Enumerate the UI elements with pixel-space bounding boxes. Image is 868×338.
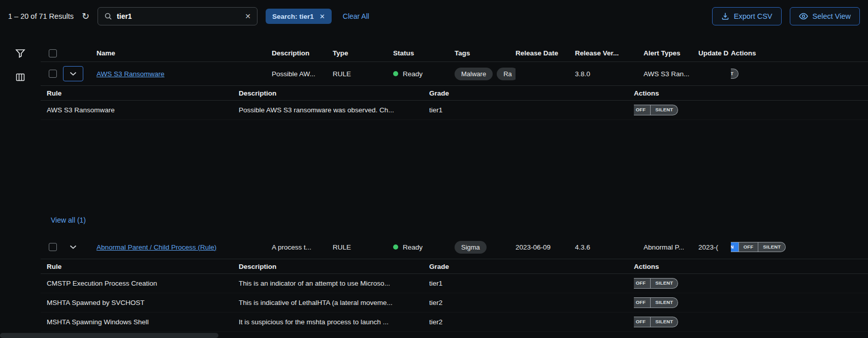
rule-name-link[interactable]: Abnormal Parent / Child Process (Rule) [97,243,272,251]
remove-filter-icon[interactable]: ✕ [319,13,325,20]
chevron-down-icon [70,245,77,249]
column-header-name[interactable]: Name [97,49,272,57]
rules-table: Name Description Type Status Tags Releas… [41,33,868,332]
toggle-silent[interactable]: SILENT [651,105,678,114]
select-view-button[interactable]: Select View [790,7,860,25]
toggle-silent[interactable]: SILENT [651,279,678,288]
column-header-tags[interactable]: Tags [455,49,516,57]
toggle-silent[interactable]: SILENT [651,298,678,307]
toolbar: 1 – 20 of 71 Results ↻ ✕ Search: tier1 ✕… [0,0,868,33]
status-label: Ready [403,70,423,78]
state-toggle[interactable]: ON OFF SILENT [634,317,678,327]
column-header-release-date[interactable]: Release Date [516,49,575,57]
cell-description: A process t... [272,243,333,251]
state-toggle[interactable]: ON OFF SILENT [731,242,786,252]
search-box[interactable]: ✕ [98,7,258,25]
columns-icon[interactable] [16,73,25,81]
column-header-update-date[interactable]: Update D [698,49,731,57]
clear-search-icon[interactable]: ✕ [245,12,251,20]
state-toggle[interactable]: ON OFF SILENT [634,297,678,308]
rule-name-link[interactable]: AWS S3 Ransomware [97,70,272,78]
search-input[interactable] [117,12,240,20]
sub-rule-actions: ON OFF SILENT [634,297,868,308]
sub-rule-description: This is an indicator of an attempt to us… [239,280,429,287]
sub-table-header: Rule Description Grade Actions [41,259,868,274]
sub-rule-grade: tier2 [429,299,634,306]
cell-tags: Malware Ra [455,68,516,80]
sub-column-actions: Actions [634,89,868,97]
collapse-row-button[interactable] [63,66,83,81]
state-toggle[interactable]: ON OFF SILENT [731,69,738,79]
toggle-off[interactable]: OFF [634,317,650,326]
status-badge: Ready [393,243,455,251]
search-icon [104,12,112,20]
column-header-status[interactable]: Status [393,49,455,57]
sub-rule-actions: ON OFF SILENT [634,105,868,115]
sub-rule-actions: ON OFF SILENT [634,317,868,327]
toggle-off[interactable]: OFF [634,298,650,307]
tag-chip: Malware [455,68,493,80]
column-header-release-version[interactable]: Release Ver... [575,49,644,57]
sub-rule-row: MSHTA Spawned by SVCHOST This is indicat… [41,293,868,313]
toggle-off[interactable]: OFF [634,105,650,114]
horizontal-scrollbar[interactable] [0,333,218,338]
sub-rule-description: Possible AWS S3 ransomware was observed.… [239,106,429,114]
eye-icon [799,13,808,20]
cell-type: RULE [333,243,393,251]
table-header: Name Description Type Status Tags Releas… [41,45,868,62]
expanded-panel-spacer [41,120,868,214]
refresh-icon[interactable]: ↻ [82,12,89,21]
search-filter-chip[interactable]: Search: tier1 ✕ [266,9,332,24]
tag-chip: Sigma [455,241,487,254]
state-toggle[interactable]: ON OFF SILENT [634,105,678,115]
status-badge: Ready [393,70,455,78]
filter-icon[interactable] [15,49,25,58]
status-ready-dot [393,71,398,76]
sub-column-description: Description [239,89,429,97]
chevron-down-icon [70,72,77,76]
status-label: Ready [403,243,423,251]
cell-tags: Sigma [455,241,516,254]
state-toggle[interactable]: ON OFF SILENT [634,278,678,288]
table-row: AWS S3 Ransomware Possible AW... RULE Re… [41,62,868,85]
table-row: Abnormal Parent / Child Process (Rule) A… [41,235,868,259]
main-content: Name Description Type Status Tags Releas… [0,33,868,332]
row-checkbox[interactable] [49,243,57,251]
export-csv-button[interactable]: Export CSV [712,7,782,25]
cell-alert-types: AWS S3 Ran... [644,70,698,78]
cell-actions: ON OFF SILENT [731,69,868,79]
row-gap [41,226,868,235]
sub-column-grade: Grade [429,89,634,97]
sub-rule-name: AWS S3 Ransomware [47,106,239,114]
sub-column-rule: Rule [47,263,239,270]
collapse-row-button[interactable] [63,239,83,255]
toggle-silent[interactable]: SILENT [758,242,785,252]
export-csv-label: Export CSV [734,12,773,20]
column-header-description[interactable]: Description [272,49,333,57]
status-ready-dot [393,244,398,250]
sub-rule-grade: tier1 [429,280,634,287]
clear-all-link[interactable]: Clear All [343,12,369,20]
select-all-checkbox[interactable] [49,49,57,57]
column-header-type[interactable]: Type [333,49,393,57]
sub-rule-name: CMSTP Execution Process Creation [47,280,239,287]
horizontal-scrollbar-track [0,333,868,338]
cell-type: RULE [333,70,393,78]
toggle-off[interactable]: OFF [634,279,650,288]
row-checkbox[interactable] [49,70,57,78]
toggle-on[interactable]: ON [731,242,738,252]
toggle-silent[interactable]: SILENT [651,317,678,326]
cell-update-date: 2023-( [698,243,731,251]
cell-description: Possible AW... [272,70,333,78]
cell-release-version: 4.3.6 [575,243,644,251]
tag-chip: Ra [497,68,516,80]
column-header-alert-types[interactable]: Alert Types [644,49,698,57]
view-all-link[interactable]: View all (1) [41,214,868,226]
toggle-silent[interactable]: SILENT [731,69,738,78]
sub-column-rule: Rule [47,89,239,97]
download-icon [721,12,729,20]
toggle-off[interactable]: OFF [739,242,758,252]
column-header-actions: Actions [731,49,868,57]
sub-column-description: Description [239,263,429,270]
expanded-rules-panel: Rule Description Grade Actions CMSTP Exe… [41,259,868,332]
